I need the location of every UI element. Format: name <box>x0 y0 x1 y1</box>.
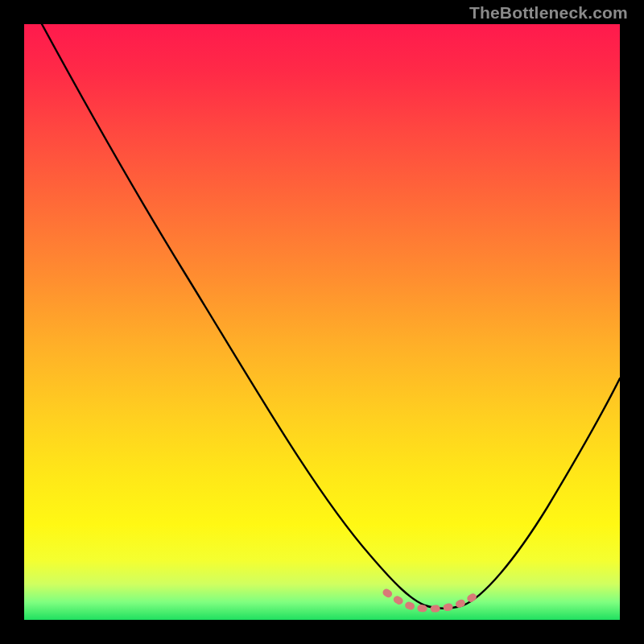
watermark-text: TheBottleneck.com <box>469 3 628 23</box>
chart-container: TheBottleneck.com <box>0 0 644 644</box>
bottleneck-curve <box>42 24 620 609</box>
curve-layer <box>24 24 620 620</box>
plot-area <box>24 24 620 620</box>
